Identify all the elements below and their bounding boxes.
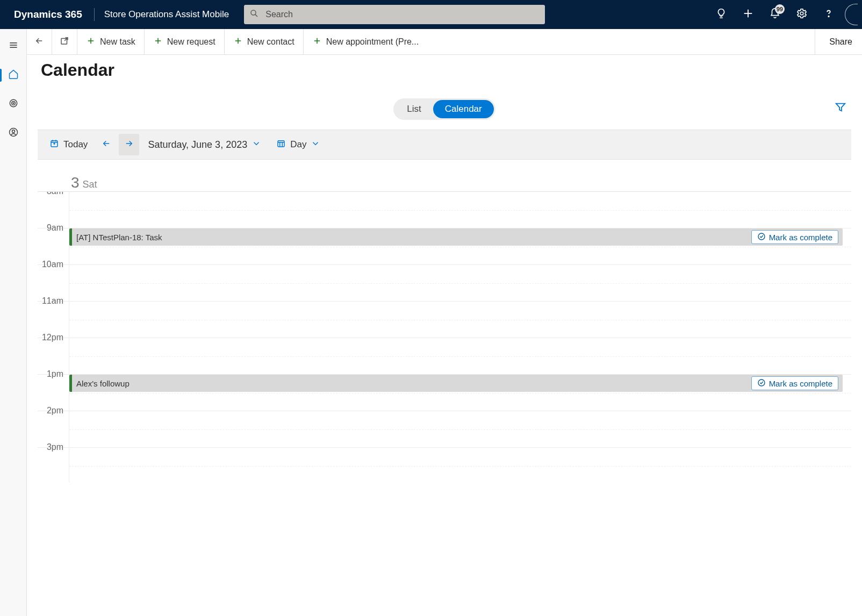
hour-cell[interactable]: [AT] NTestPlan-18: TaskMark as complete xyxy=(69,228,851,264)
plus-icon xyxy=(233,36,243,48)
lightbulb-button[interactable] xyxy=(708,0,734,29)
hour-row[interactable]: 12pm xyxy=(38,338,851,375)
app-name-label[interactable]: Store Operations Assist Mobile xyxy=(95,9,244,20)
rail-person[interactable] xyxy=(0,124,27,143)
hour-label: 8am xyxy=(38,192,69,196)
hour-row[interactable]: 8am xyxy=(38,192,851,228)
question-icon xyxy=(823,8,835,22)
avatar[interactable] xyxy=(845,4,858,25)
calendar-event[interactable]: [AT] NTestPlan-18: TaskMark as complete xyxy=(69,228,843,246)
hour-row[interactable]: 10am xyxy=(38,265,851,302)
range-picker-button[interactable]: Day xyxy=(270,134,327,155)
filter-button[interactable] xyxy=(831,98,850,118)
new-task-button[interactable]: New task xyxy=(77,29,145,54)
brand-label[interactable]: Dynamics 365 xyxy=(0,9,94,20)
today-button[interactable]: Today xyxy=(43,134,94,155)
hour-cell[interactable] xyxy=(69,448,851,482)
notification-badge: 99 xyxy=(775,4,785,14)
half-hour-line xyxy=(69,356,851,357)
calendar-toolbar: Today Saturday, June 3, 2023 xyxy=(38,130,851,160)
range-label: Day xyxy=(290,139,306,150)
hour-label: 9am xyxy=(38,223,69,233)
rail-target[interactable] xyxy=(0,95,27,114)
notifications-button[interactable]: 99 xyxy=(762,0,788,29)
check-circle-icon xyxy=(757,232,766,242)
view-switch-row: List Calendar xyxy=(27,82,862,130)
hour-cell[interactable] xyxy=(69,302,851,338)
open-new-window-button[interactable] xyxy=(52,29,77,54)
svg-point-12 xyxy=(9,128,17,137)
hour-cell[interactable] xyxy=(69,192,851,228)
arrow-right-icon xyxy=(124,139,134,151)
svg-point-0 xyxy=(251,10,256,15)
new-contact-label: New contact xyxy=(247,37,294,47)
home-icon xyxy=(8,69,19,82)
svg-rect-33 xyxy=(278,140,284,146)
add-button[interactable] xyxy=(735,0,761,29)
global-search[interactable] xyxy=(244,5,545,24)
page-title: Calendar xyxy=(41,60,848,80)
date-picker-button[interactable]: Saturday, June 3, 2023 xyxy=(141,134,268,155)
top-icon-group: 99 xyxy=(708,0,858,29)
half-hour-line xyxy=(69,429,851,430)
view-calendar-label: Calendar xyxy=(445,104,482,114)
svg-point-13 xyxy=(12,130,15,133)
calendar-today-icon xyxy=(49,139,59,151)
new-appointment-button[interactable]: New appointment (Pre... xyxy=(304,29,428,54)
command-bar: New task New request New contact New app… xyxy=(27,29,862,55)
search-container xyxy=(244,5,701,24)
share-button[interactable]: Share xyxy=(815,29,862,54)
back-button[interactable] xyxy=(27,29,52,54)
help-button[interactable] xyxy=(816,0,842,29)
new-request-button[interactable]: New request xyxy=(145,29,225,54)
arrow-left-icon xyxy=(102,139,111,151)
rail-home[interactable] xyxy=(0,66,27,85)
settings-button[interactable] xyxy=(789,0,815,29)
person-icon xyxy=(8,127,19,140)
svg-point-4 xyxy=(800,12,803,15)
hour-row[interactable]: 9am[AT] NTestPlan-18: TaskMark as comple… xyxy=(38,228,851,265)
top-nav: Dynamics 365 Store Operations Assist Mob… xyxy=(0,0,862,29)
hour-label: 3pm xyxy=(38,442,69,452)
hour-cell[interactable] xyxy=(69,411,851,447)
mark-complete-button[interactable]: Mark as complete xyxy=(751,376,838,390)
plus-icon xyxy=(312,36,322,48)
new-task-label: New task xyxy=(100,37,135,47)
mark-complete-button[interactable]: Mark as complete xyxy=(751,230,838,244)
view-segmented-control: List Calendar xyxy=(393,98,495,120)
lightbulb-icon xyxy=(715,8,727,22)
hour-cell[interactable] xyxy=(69,265,851,301)
new-contact-button[interactable]: New contact xyxy=(225,29,304,54)
hour-row[interactable]: 2pm xyxy=(38,411,851,448)
svg-point-11 xyxy=(13,103,14,104)
view-list-button[interactable]: List xyxy=(395,100,433,118)
day-of-week: Sat xyxy=(83,179,97,191)
calendar-grid[interactable]: 8am9am[AT] NTestPlan-18: TaskMark as com… xyxy=(38,192,851,482)
hour-label: 1pm xyxy=(38,369,69,379)
view-calendar-button[interactable]: Calendar xyxy=(433,100,494,118)
view-list-label: List xyxy=(407,104,421,114)
check-circle-icon xyxy=(757,378,766,389)
mark-complete-label: Mark as complete xyxy=(769,379,832,388)
svg-point-38 xyxy=(758,379,765,386)
new-appointment-label: New appointment (Pre... xyxy=(326,37,419,47)
hour-row[interactable]: 3pm xyxy=(38,448,851,482)
event-title: [AT] NTestPlan-18: Task xyxy=(76,233,751,242)
calendar-grid-icon xyxy=(276,139,286,151)
half-hour-line xyxy=(69,466,851,467)
hamburger-icon xyxy=(8,40,19,53)
target-icon xyxy=(8,98,19,111)
plus-icon xyxy=(86,36,96,48)
hour-cell[interactable]: Alex's followupMark as complete xyxy=(69,375,851,411)
hour-row[interactable]: 11am xyxy=(38,302,851,338)
calendar-event[interactable]: Alex's followupMark as complete xyxy=(69,375,843,392)
next-day-button[interactable] xyxy=(119,134,139,155)
main-area: New task New request New contact New app… xyxy=(27,29,862,616)
hour-row[interactable]: 1pmAlex's followupMark as complete xyxy=(38,375,851,411)
hour-cell[interactable] xyxy=(69,338,851,374)
search-input[interactable] xyxy=(264,9,540,20)
prev-day-button[interactable] xyxy=(96,134,117,155)
half-hour-line xyxy=(69,247,851,247)
calendar-day-header: 3 Sat xyxy=(38,160,851,192)
hamburger-button[interactable] xyxy=(0,37,27,56)
